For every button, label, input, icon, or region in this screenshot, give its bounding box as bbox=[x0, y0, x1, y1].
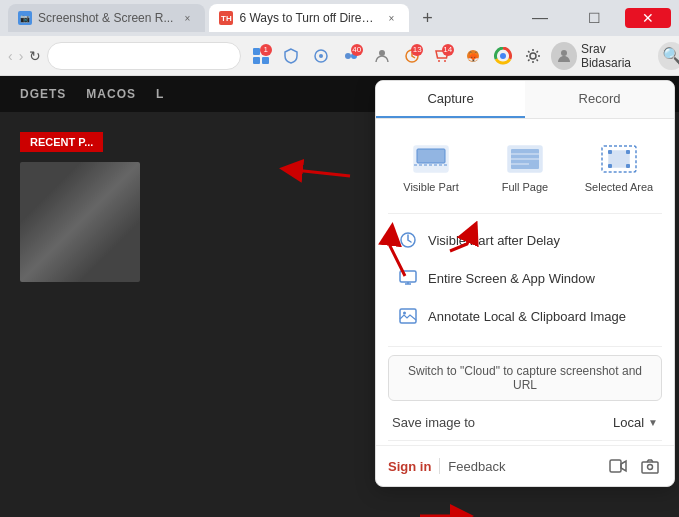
svg-point-41 bbox=[403, 312, 406, 315]
full-page-label: Full Page bbox=[502, 181, 548, 193]
extension-badge-shopping: 14 bbox=[442, 44, 454, 56]
extension-icon-shield[interactable] bbox=[278, 42, 304, 70]
sign-in-button[interactable]: Sign in bbox=[388, 459, 431, 474]
full-page-icon bbox=[505, 143, 545, 175]
visible-part-icon bbox=[411, 143, 451, 175]
svg-rect-37 bbox=[400, 271, 416, 282]
svg-point-10 bbox=[379, 50, 385, 56]
svg-point-18 bbox=[530, 53, 536, 59]
extension-icon-circle[interactable] bbox=[308, 42, 334, 70]
minimize-button[interactable]: — bbox=[517, 8, 563, 28]
svg-point-19 bbox=[561, 50, 567, 56]
nav-item-gadgets: DGETS bbox=[20, 87, 66, 101]
nav-item-l: L bbox=[156, 87, 164, 101]
capture-full-page[interactable]: Full Page bbox=[482, 135, 568, 201]
tab1-close[interactable]: × bbox=[179, 10, 195, 26]
svg-rect-34 bbox=[608, 164, 612, 168]
divider-3 bbox=[388, 440, 662, 441]
svg-text:🦊: 🦊 bbox=[467, 50, 480, 63]
footer-divider bbox=[439, 458, 440, 474]
svg-rect-32 bbox=[608, 150, 612, 154]
svg-point-8 bbox=[345, 53, 351, 59]
svg-point-7 bbox=[319, 54, 323, 58]
feedback-button[interactable]: Feedback bbox=[448, 459, 505, 474]
tab1-favicon: 📷 bbox=[18, 11, 32, 25]
monitor-icon bbox=[398, 268, 418, 288]
clock-icon bbox=[398, 230, 418, 250]
svg-rect-35 bbox=[626, 164, 630, 168]
nav-item-macos: MACOS bbox=[86, 87, 136, 101]
toolbar-icons: 1 40 13 14 🦊 bbox=[247, 42, 679, 70]
svg-rect-42 bbox=[610, 460, 621, 472]
extension-icon-clock[interactable]: 13 bbox=[399, 42, 425, 70]
svg-point-17 bbox=[500, 53, 506, 59]
capture-selected-area[interactable]: Selected Area bbox=[576, 135, 662, 201]
cloud-banner[interactable]: Switch to "Cloud" to capture screenshot … bbox=[388, 355, 662, 401]
capture-screen[interactable]: Entire Screen & App Window bbox=[388, 260, 662, 296]
capture-options-grid: Visible Part bbox=[376, 119, 674, 209]
capture-delay-label: Visible Part after Delay bbox=[428, 233, 560, 248]
page-image bbox=[20, 162, 140, 282]
extension-icon-person[interactable] bbox=[369, 42, 395, 70]
popup-footer: Sign in Feedback bbox=[376, 445, 674, 486]
extension-badge-clock: 13 bbox=[411, 44, 423, 56]
search-button[interactable]: 🔍 bbox=[658, 42, 679, 70]
capture-annotate[interactable]: Annotate Local & Clipboard Image bbox=[388, 298, 662, 334]
svg-rect-5 bbox=[262, 57, 269, 64]
capture-visible-part[interactable]: Visible Part bbox=[388, 135, 474, 201]
save-row: Save image to Local ▼ bbox=[376, 409, 674, 436]
svg-text:📷: 📷 bbox=[20, 13, 30, 23]
dropdown-arrow-icon: ▼ bbox=[648, 417, 658, 428]
profile-icon[interactable] bbox=[551, 42, 577, 70]
tab2-close[interactable]: × bbox=[383, 10, 399, 26]
tab-bar: 📷 Screenshot & Screen R... × TH 6 Ways t… bbox=[0, 0, 679, 36]
divider-2 bbox=[388, 346, 662, 347]
maximize-button[interactable]: ☐ bbox=[571, 8, 617, 28]
address-bar: ‹ › ↻ 1 40 13 bbox=[0, 36, 679, 76]
svg-rect-2 bbox=[253, 48, 260, 55]
divider-1 bbox=[388, 213, 662, 214]
svg-rect-23 bbox=[417, 149, 445, 163]
visible-part-label: Visible Part bbox=[403, 181, 458, 193]
tab-screenshot[interactable]: 📷 Screenshot & Screen R... × bbox=[8, 4, 205, 32]
capture-screen-label: Entire Screen & App Window bbox=[428, 271, 595, 286]
user-label: Srav Bidasaria bbox=[581, 42, 654, 70]
footer-right bbox=[606, 454, 662, 478]
svg-rect-4 bbox=[253, 57, 260, 64]
tab2-favicon: TH bbox=[219, 11, 233, 25]
browser-frame: 📷 Screenshot & Screen R... × TH 6 Ways t… bbox=[0, 0, 679, 517]
extension-icon-fox[interactable]: 🦊 bbox=[460, 42, 486, 70]
tab-capture[interactable]: Capture bbox=[376, 81, 525, 118]
capture-delay[interactable]: Visible Part after Delay bbox=[388, 222, 662, 258]
video-icon-button[interactable] bbox=[606, 454, 630, 478]
content-area: DGETS MACOS L RECENT P... Capture Record bbox=[0, 76, 679, 517]
capture-list: Visible Part after Delay Entire Screen &… bbox=[376, 218, 674, 342]
save-value: Local bbox=[613, 415, 644, 430]
extension-badge-1: 1 bbox=[260, 44, 272, 56]
image-icon bbox=[398, 306, 418, 326]
extension-icon-chrome[interactable] bbox=[490, 42, 516, 70]
svg-point-12 bbox=[438, 60, 440, 62]
address-input[interactable] bbox=[47, 42, 241, 70]
popup-overlay: Capture Record bbox=[359, 76, 679, 517]
new-tab-button[interactable]: + bbox=[413, 4, 441, 32]
save-dropdown[interactable]: Local ▼ bbox=[613, 415, 658, 430]
popup-tab-bar: Capture Record bbox=[376, 81, 674, 119]
capture-annotate-label: Annotate Local & Clipboard Image bbox=[428, 309, 626, 324]
tab1-title: Screenshot & Screen R... bbox=[38, 11, 173, 25]
extension-icon-shopping[interactable]: 14 bbox=[429, 42, 455, 70]
svg-rect-33 bbox=[626, 150, 630, 154]
close-button[interactable]: ✕ bbox=[625, 8, 671, 28]
extension-icon-group[interactable]: 40 bbox=[338, 42, 364, 70]
recent-posts-badge: RECENT P... bbox=[20, 132, 103, 152]
tab-record[interactable]: Record bbox=[525, 81, 674, 118]
camera-icon-button[interactable] bbox=[638, 454, 662, 478]
back-button[interactable]: ‹ bbox=[8, 42, 13, 70]
forward-button[interactable]: › bbox=[19, 42, 24, 70]
reload-button[interactable]: ↻ bbox=[29, 42, 41, 70]
extension-icon-1[interactable]: 1 bbox=[247, 42, 273, 70]
screenshot-popup: Capture Record bbox=[375, 80, 675, 487]
save-label: Save image to bbox=[392, 415, 475, 430]
tab-6ways[interactable]: TH 6 Ways to Turn off Direct Messa... × bbox=[209, 4, 409, 32]
extension-icon-gear[interactable] bbox=[520, 42, 546, 70]
